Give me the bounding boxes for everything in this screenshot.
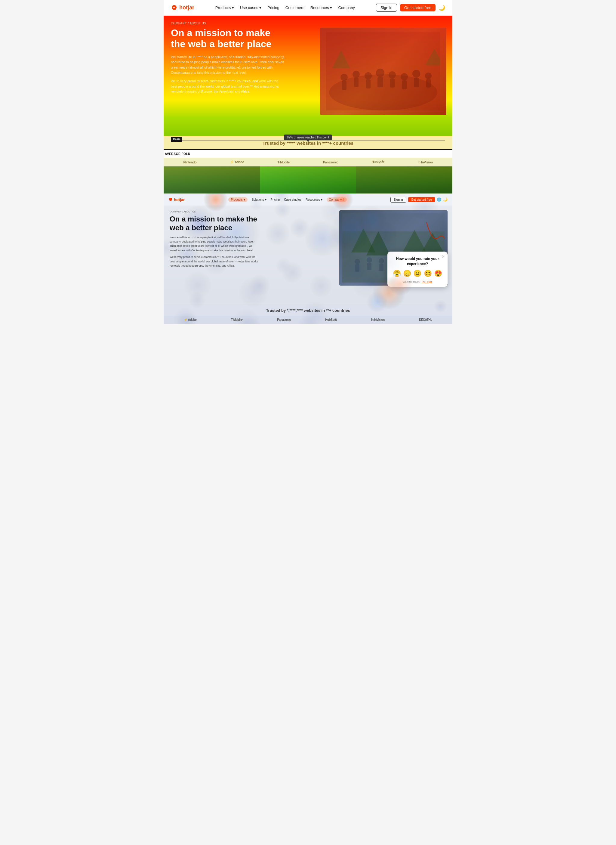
bottom-nav-company[interactable]: Company #: [327, 197, 347, 202]
avgfold-bar: AVERAGE FOLD: [164, 149, 452, 158]
survey-footer-text: Want feedback?: [403, 281, 421, 283]
bottom-navbar: hotjar Products ▾ Solutions ▾ Pricing Ca…: [164, 194, 452, 206]
survey-question: How would you rate your experience?: [392, 256, 443, 267]
logo-invision: In InVision: [418, 160, 433, 164]
svg-rect-27: [355, 264, 359, 272]
hero-desc-2: We're very proud to serve customers in *…: [171, 79, 285, 94]
bottom-nav-actions: Sign in Get started free 🌐 🌙: [390, 197, 447, 203]
bottom-logo-decathlon: DECATHL: [419, 318, 432, 321]
getstarted-button[interactable]: Get started free: [400, 4, 436, 12]
bottom-nav-links: Products ▾ Solutions ▾ Pricing Case stud…: [228, 197, 346, 202]
bottom-logo: hotjar: [169, 197, 185, 202]
top-navbar: hotjar Products ▾ Use cases ▾ Pricing Cu…: [164, 0, 452, 16]
survey-emoji-angry[interactable]: 😤: [393, 270, 401, 278]
hero-desc-1: We started life in ***** as a people-fir…: [171, 54, 285, 75]
logo-adobe: ⚡ Adobe: [230, 160, 244, 164]
survey-footer-link[interactable]: Try Hotjar: [421, 281, 432, 283]
bottom-hotjar-icon: [169, 197, 173, 201]
hotjar-logo-icon: [171, 4, 177, 11]
nav-customers[interactable]: Customers: [286, 6, 304, 10]
bottom-page-wrapper: hotjar Products ▾ Solutions ▾ Pricing Ca…: [164, 194, 452, 324]
survey-footer: Want feedback? Try Hotjar: [392, 281, 443, 283]
bottom-logo-panasonic: Panasonic: [277, 318, 291, 321]
nav-products[interactable]: Products ▾: [216, 6, 234, 10]
logo-panasonic: Panasonic: [323, 160, 338, 164]
bottom-hero-desc-2: We're very proud to serve customers in *…: [170, 255, 260, 268]
green-images: [164, 166, 452, 194]
scrollmap-top: COMPANY / ABOUT US On a mission to make …: [164, 16, 452, 136]
svg-point-28: [367, 257, 372, 263]
breadcrumb: COMPANY / ABOUT US: [171, 22, 445, 25]
survey-emoji-sad[interactable]: 😞: [403, 270, 411, 278]
bottom-signin-button[interactable]: Sign in: [390, 197, 406, 203]
nav-company[interactable]: Company: [338, 6, 355, 10]
bottom-trust-bar: Trusted by *,****,**** websites in **+ c…: [164, 305, 452, 316]
bottom-hero-desc-1: We started life in ***** as a people-fir…: [170, 235, 260, 253]
survey-close-button[interactable]: ×: [442, 254, 444, 259]
green-img-2: [260, 166, 356, 194]
bottom-nav-pricing[interactable]: Pricing: [271, 198, 280, 201]
nav-pricing[interactable]: Pricing: [267, 6, 279, 10]
survey-emoji-happy[interactable]: 😊: [424, 270, 432, 278]
trust-bar: 82% of users reached this point 75.0% Tr…: [164, 136, 452, 149]
bottom-nav-casestudies[interactable]: Case studies: [284, 198, 301, 201]
svg-point-26: [355, 259, 360, 264]
logo-tmobile: T·Mobile: [277, 160, 290, 164]
survey-emojis: 😤 😞 😐 😊 😍: [392, 270, 443, 278]
bottom-nav-resources[interactable]: Resources ▾: [306, 198, 323, 201]
bottom-page-bg: hotjar Products ▾ Solutions ▾ Pricing Ca…: [164, 194, 452, 324]
theme-toggle-icon[interactable]: 🌙: [439, 4, 445, 11]
nav-actions: Sign in Get started free 🌙: [376, 4, 445, 12]
bottom-theme-icon[interactable]: 🌙: [443, 197, 447, 201]
page-content-top: COMPANY / ABOUT US On a mission to make …: [164, 16, 452, 94]
bottom-hero: COMPANY / ABOUT US On a mission to make …: [164, 206, 452, 305]
bottom-getstarted-button[interactable]: Get started free: [408, 197, 435, 202]
scroll-tooltip: 82% of users reached this point: [284, 135, 332, 140]
bottom-logo-tmobile: T·Mobile·: [231, 318, 243, 321]
svg-rect-29: [367, 263, 371, 270]
nav-links: Products ▾ Use cases ▾ Pricing Customers…: [216, 6, 355, 10]
bottom-trust-text: Trusted by *,****,**** websites in **+ c…: [171, 308, 445, 313]
green-img-3: [356, 166, 452, 194]
logo-hubspot: HubSpṓt: [371, 160, 384, 164]
svg-rect-31: [379, 264, 383, 271]
survey-widget: × How would you rate your experience? 😤 …: [387, 251, 447, 287]
bottom-logos-row: ⚡ Adobe T·Mobile· Panasonic HubSpṓt In I…: [164, 316, 452, 324]
scroll-pct-badge: 75.0%: [171, 137, 182, 142]
nav-usecases[interactable]: Use cases ▾: [240, 6, 261, 10]
nav-resources[interactable]: Resources ▾: [310, 6, 332, 10]
bottom-logo-hubspot: HubSpṓt: [325, 318, 337, 321]
avgfold-label: AVERAGE FOLD: [165, 152, 191, 156]
survey-emoji-neutral[interactable]: 😐: [413, 270, 421, 278]
green-zone: [164, 166, 452, 194]
scroll-line-container: 82% of users reached this point 75.0%: [171, 140, 445, 141]
survey-emoji-love[interactable]: 😍: [434, 270, 442, 278]
scroll-heatmap-section: COMPANY / ABOUT US On a mission to make …: [164, 16, 452, 194]
bottom-logo-adobe: ⚡ Adobe: [184, 318, 197, 321]
bottom-nav-products[interactable]: Products ▾: [228, 197, 247, 202]
bottom-logo-invision: In InVision: [371, 318, 385, 321]
logo-nintendo: Nintendo: [183, 160, 197, 164]
svg-point-30: [379, 258, 384, 264]
clickmap-section: hotjar Products ▾ Solutions ▾ Pricing Ca…: [164, 194, 452, 324]
logos-row-top: Nintendo ⚡ Adobe T·Mobile Panasonic HubS…: [164, 158, 452, 166]
bottom-nav-solutions[interactable]: Solutions ▾: [252, 198, 267, 201]
hero-title: On a mission to make the web a better pl…: [171, 27, 285, 50]
bottom-globe-icon[interactable]: 🌐: [437, 197, 441, 201]
bottom-hero-title: On a mission to make the web a better pl…: [170, 215, 266, 232]
logo[interactable]: hotjar: [171, 4, 194, 11]
green-img-1: [164, 166, 260, 194]
signin-button[interactable]: Sign in: [376, 4, 397, 12]
